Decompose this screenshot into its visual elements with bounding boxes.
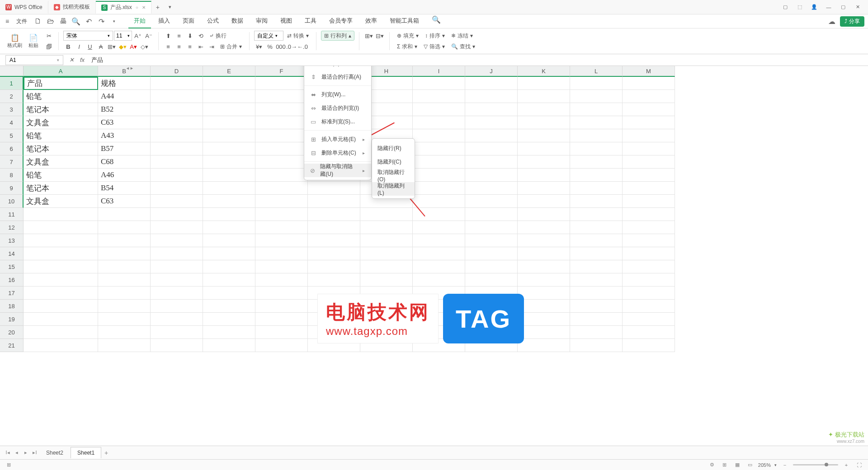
cell-L15[interactable] — [570, 260, 623, 273]
cell-F21[interactable] — [255, 339, 308, 352]
cell-D2[interactable] — [151, 90, 203, 103]
cell-A11[interactable] — [24, 208, 98, 221]
tab-data[interactable]: 数据 — [226, 14, 249, 28]
tab-view[interactable]: 视图 — [275, 14, 297, 28]
cell-A13[interactable] — [24, 234, 98, 247]
cell-D5[interactable] — [151, 129, 203, 142]
cell-F10[interactable] — [255, 195, 308, 208]
cell-D11[interactable] — [151, 208, 203, 221]
row-header-19[interactable]: 19 — [0, 313, 24, 326]
tab-formula[interactable]: 公式 — [202, 14, 224, 28]
cell-E5[interactable] — [203, 129, 255, 142]
cell-A21[interactable] — [24, 339, 98, 352]
row-header-13[interactable]: 13 — [0, 234, 24, 247]
cell-D13[interactable] — [151, 234, 203, 247]
col-header-J[interactable]: J — [465, 66, 518, 77]
find-button[interactable]: 🔍 查找▾ — [448, 42, 478, 52]
cell-I2[interactable] — [413, 90, 465, 103]
cell-M3[interactable] — [623, 103, 675, 116]
row-header-6[interactable]: 6 — [0, 142, 24, 155]
menu-item-1[interactable]: ⇕最适合的行高(A) — [304, 70, 371, 84]
cell-L8[interactable] — [570, 169, 623, 182]
cell-K14[interactable] — [518, 247, 570, 260]
cell-J1[interactable] — [465, 77, 518, 90]
cell-J16[interactable] — [465, 273, 518, 287]
cell-F7[interactable] — [255, 155, 308, 169]
cloud-icon[interactable]: ☁ — [826, 16, 837, 27]
copy-icon[interactable]: 🗐 — [44, 42, 54, 52]
cell-K1[interactable] — [518, 77, 570, 90]
add-tab-button[interactable]: + — [151, 4, 164, 11]
italic-button[interactable]: I — [74, 42, 84, 52]
cell-G12[interactable] — [308, 221, 360, 234]
freeze-button[interactable]: ❄ 冻结▾ — [448, 31, 476, 41]
cell-F3[interactable] — [255, 103, 308, 116]
row-header-7[interactable]: 7 — [0, 155, 24, 169]
col-header-F[interactable]: F — [255, 66, 308, 77]
wrap-text-button[interactable]: ⤶ 换行 — [207, 31, 229, 41]
bold-button[interactable]: B — [63, 42, 73, 52]
cell-I15[interactable] — [413, 260, 465, 273]
col-header-D[interactable]: D — [151, 66, 203, 77]
cell-H15[interactable] — [360, 260, 413, 273]
first-sheet-icon[interactable]: I◂ — [4, 449, 12, 457]
cell-K19[interactable] — [518, 313, 570, 326]
format-brush-button[interactable]: 📋 格式刷 — [5, 33, 25, 50]
cell-E9[interactable] — [203, 182, 255, 195]
cell-E8[interactable] — [203, 169, 255, 182]
col-header-M[interactable]: M — [623, 66, 675, 77]
cell-B2[interactable]: A44 — [98, 90, 151, 103]
cell-B6[interactable]: B57 — [98, 142, 151, 155]
cell-L16[interactable] — [570, 273, 623, 287]
cell-A9[interactable]: 笔记本 — [24, 182, 98, 195]
cell-L20[interactable] — [570, 326, 623, 339]
cell-E19[interactable] — [203, 313, 255, 326]
qat-dropdown-icon[interactable]: ▾ — [108, 16, 119, 27]
cell-I11[interactable] — [413, 208, 465, 221]
add-sheet-icon[interactable]: + — [102, 449, 110, 457]
border-button[interactable]: ⊞▾ — [107, 42, 117, 52]
cell-B5[interactable]: A43 — [98, 129, 151, 142]
tab-tools[interactable]: 工具 — [299, 14, 322, 28]
orientation-icon[interactable]: ⟲ — [196, 31, 206, 41]
name-box[interactable]: A1▾ — [5, 55, 63, 65]
cell-J5[interactable] — [465, 129, 518, 142]
row-header-5[interactable]: 5 — [0, 129, 24, 142]
cell-G16[interactable] — [308, 273, 360, 287]
paste-button[interactable]: 📄 粘贴 — [26, 33, 41, 50]
cell-J6[interactable] — [465, 142, 518, 155]
cell-B15[interactable] — [98, 260, 151, 273]
cell-M1[interactable] — [623, 77, 675, 90]
last-sheet-icon[interactable]: ▸I — [31, 449, 39, 457]
font-color-button[interactable]: A▾ — [128, 42, 138, 52]
cell-K4[interactable] — [518, 116, 570, 129]
cell-E6[interactable] — [203, 142, 255, 155]
cell-H16[interactable] — [360, 273, 413, 287]
cell-A14[interactable] — [24, 247, 98, 260]
cell-B12[interactable] — [98, 221, 151, 234]
row-header-17[interactable]: 17 — [0, 287, 24, 300]
sheet-tab-sheet2[interactable]: Sheet2 — [40, 447, 70, 458]
cell-A20[interactable] — [24, 326, 98, 339]
percent-icon[interactable]: % — [265, 42, 275, 52]
font-size-combo[interactable]: 11▾ — [114, 31, 132, 41]
row-header-3[interactable]: 3 — [0, 103, 24, 116]
cell-A4[interactable]: 文具盒 — [24, 116, 98, 129]
col-header-I[interactable]: I — [413, 66, 465, 77]
cell-F12[interactable] — [255, 221, 308, 234]
redo-icon[interactable]: ↷ — [96, 16, 107, 27]
cell-K8[interactable] — [518, 169, 570, 182]
cell-A1[interactable]: 产品 — [24, 77, 98, 90]
row-header-4[interactable]: 4 — [0, 116, 24, 129]
cell-F2[interactable] — [255, 90, 308, 103]
cell-K17[interactable] — [518, 287, 570, 300]
cell-K10[interactable] — [518, 195, 570, 208]
row-header-10[interactable]: 10 — [0, 195, 24, 208]
cube-icon[interactable]: ⬚ — [793, 2, 807, 13]
cell-E4[interactable] — [203, 116, 255, 129]
cell-B13[interactable] — [98, 234, 151, 247]
cell-G11[interactable] — [308, 208, 360, 221]
cell-E17[interactable] — [203, 287, 255, 300]
formula-input[interactable]: 产品 — [88, 55, 868, 65]
cell-A15[interactable] — [24, 260, 98, 273]
